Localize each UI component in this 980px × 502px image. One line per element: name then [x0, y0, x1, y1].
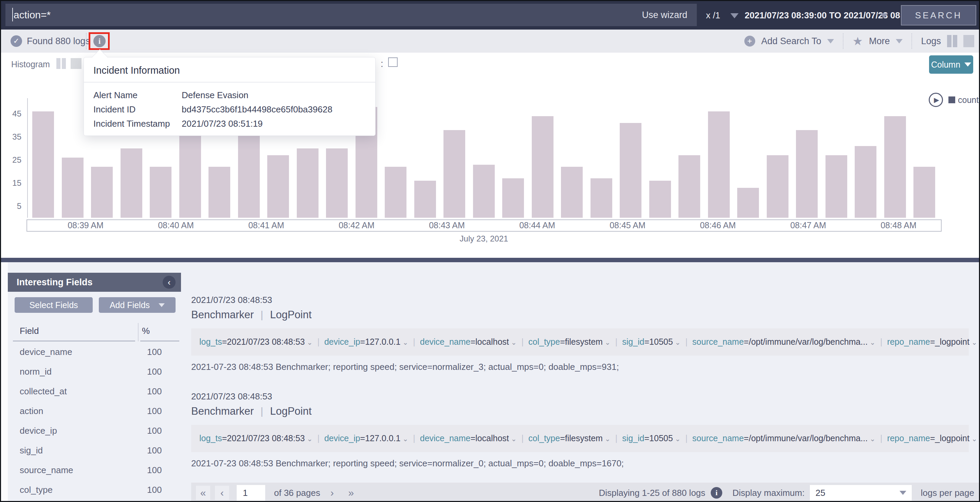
incident-info-icon[interactable]: i	[93, 35, 106, 47]
field-row[interactable]: device_name100	[8, 342, 181, 362]
histogram-bar[interactable]	[414, 181, 436, 218]
histogram-bar[interactable]	[444, 130, 465, 218]
tag-dropdown-icon[interactable]: ⌄	[972, 339, 977, 346]
logs-table-view-icon[interactable]	[963, 35, 974, 47]
field-name[interactable]: source_name	[20, 465, 73, 475]
search-button[interactable]: SEARCH	[901, 5, 976, 25]
histogram-bar[interactable]	[326, 148, 348, 218]
multiplier-caret-icon[interactable]	[730, 13, 738, 18]
tag-key[interactable]: sig_id	[622, 433, 644, 443]
field-tag[interactable]: device_ip=127.0.0.1⌄	[324, 433, 408, 443]
field-name[interactable]: device_ip	[20, 426, 57, 436]
more-star-icon[interactable]: ★	[852, 34, 862, 48]
field-row[interactable]: collected_at100	[8, 381, 181, 401]
histogram-bar[interactable]	[62, 158, 84, 218]
log-raw-message[interactable]: 2021-07-23 08:48:53 Benchmarker; reporti…	[191, 362, 980, 372]
histogram-bar[interactable]	[502, 178, 524, 218]
chart-type-column-button[interactable]: Column	[929, 55, 973, 74]
select-fields-button[interactable]: Select Fields	[14, 297, 93, 313]
log-source[interactable]: Benchmarker	[191, 405, 254, 418]
histogram-bar[interactable]	[385, 167, 406, 218]
add-fields-button[interactable]: Add Fields	[99, 297, 175, 313]
histogram-area-view-icon[interactable]	[71, 58, 81, 69]
histogram-bar[interactable]	[796, 130, 818, 218]
field-name[interactable]: device_name	[20, 347, 72, 357]
histogram-bar[interactable]	[737, 188, 759, 218]
field-row[interactable]: col_type100	[8, 480, 181, 500]
field-row[interactable]: action100	[8, 401, 181, 421]
add-search-caret-icon[interactable]	[827, 39, 834, 43]
histogram-bar[interactable]	[649, 181, 671, 218]
tag-dropdown-icon[interactable]: ⌄	[511, 339, 517, 346]
tag-key[interactable]: repo_name	[887, 433, 930, 443]
field-tag[interactable]: device_ip=127.0.0.1⌄	[324, 337, 408, 346]
histogram-bar[interactable]	[121, 148, 142, 218]
field-tag[interactable]: log_ts=2021/07/23 08:48:53⌄	[199, 337, 312, 346]
previous-page-button[interactable]: ‹	[215, 486, 229, 500]
field-name[interactable]: collected_at	[20, 386, 67, 397]
tag-key[interactable]: col_type	[528, 433, 560, 443]
search-query-text[interactable]: action=*	[12, 9, 51, 21]
field-row[interactable]: sig_id100	[8, 440, 181, 460]
tag-dropdown-icon[interactable]: ⌄	[402, 435, 408, 443]
field-row[interactable]: norm_id100	[8, 362, 181, 381]
tag-dropdown-icon[interactable]: ⌄	[972, 435, 977, 443]
field-name[interactable]: action	[20, 406, 43, 416]
tag-dropdown-icon[interactable]: ⌄	[675, 435, 681, 443]
tag-dropdown-icon[interactable]: ⌄	[402, 339, 408, 346]
search-query-input[interactable]: action=* Use wizard	[5, 4, 697, 26]
field-name[interactable]: col_type	[20, 484, 52, 495]
tag-key[interactable]: source_name	[692, 433, 744, 443]
field-row[interactable]: source_name100	[8, 460, 181, 480]
histogram-bar[interactable]	[767, 155, 789, 218]
tag-dropdown-icon[interactable]: ⌄	[307, 339, 313, 346]
more-menu[interactable]: More	[869, 36, 890, 46]
field-name[interactable]: norm_id	[20, 367, 52, 377]
tag-key[interactable]: device_ip	[324, 433, 360, 443]
next-page-button[interactable]: ›	[325, 486, 339, 500]
histogram-bar[interactable]	[150, 167, 172, 218]
logs-list-view-icon[interactable]	[947, 35, 957, 47]
tag-key[interactable]: sig_id	[622, 337, 644, 346]
more-caret-icon[interactable]	[896, 39, 902, 43]
field-tag[interactable]: col_type=filesystem⌄	[528, 337, 611, 346]
play-icon[interactable]: ▶	[929, 93, 943, 107]
tag-key[interactable]: col_type	[528, 337, 560, 346]
displaying-info-icon[interactable]: i	[711, 487, 722, 499]
first-page-button[interactable]: «	[196, 486, 210, 500]
field-name[interactable]: sig_id	[20, 445, 43, 456]
page-size-select[interactable]: 25	[810, 485, 912, 500]
tag-dropdown-icon[interactable]: ⌄	[675, 339, 681, 346]
histogram-bar[interactable]	[32, 112, 54, 218]
histogram-bar[interactable]	[473, 165, 495, 218]
log-raw-message[interactable]: 2021-07-23 08:48:53 Benchmarker; reporti…	[191, 458, 980, 469]
add-search-plus-icon[interactable]: +	[745, 36, 755, 46]
histogram-bar[interactable]	[208, 167, 230, 218]
page-number-input[interactable]: 1	[237, 485, 265, 500]
histogram-bar[interactable]	[238, 134, 260, 218]
histogram-bar[interactable]	[884, 116, 906, 218]
field-tag[interactable]: sig_id=10505⌄	[622, 433, 681, 443]
field-tag[interactable]: source_name=/opt/immune/var/log/benchma.…	[692, 337, 875, 346]
tag-dropdown-icon[interactable]: ⌄	[870, 339, 875, 346]
histogram-bar[interactable]	[297, 148, 318, 218]
tag-key[interactable]: device_name	[420, 337, 471, 346]
histogram-bar[interactable]	[620, 123, 641, 218]
time-range-picker[interactable]: 2021/07/23 08:39:00 TO 2021/07/23 08:49:…	[745, 1, 926, 30]
histogram-bar[interactable]	[826, 155, 847, 218]
histogram-bar[interactable]	[179, 134, 201, 218]
log-norm-policy[interactable]: LogPoint	[270, 309, 312, 321]
histogram-bar[interactable]	[913, 167, 935, 218]
logarithmic-checkbox[interactable]	[388, 57, 398, 67]
tag-dropdown-icon[interactable]: ⌄	[511, 435, 517, 443]
field-tag[interactable]: device_name=localhost⌄	[420, 433, 517, 443]
field-tag[interactable]: device_name=localhost⌄	[420, 337, 517, 346]
tag-dropdown-icon[interactable]: ⌄	[605, 435, 611, 443]
log-norm-policy[interactable]: LogPoint	[270, 405, 312, 418]
histogram-bar[interactable]	[855, 146, 877, 218]
use-wizard-link[interactable]: Use wizard	[642, 10, 687, 21]
tag-key[interactable]: repo_name	[887, 337, 930, 346]
histogram-bar[interactable]	[678, 155, 700, 218]
collapse-panel-icon[interactable]: ‹	[163, 276, 175, 289]
tag-key[interactable]: log_ts	[199, 433, 222, 443]
